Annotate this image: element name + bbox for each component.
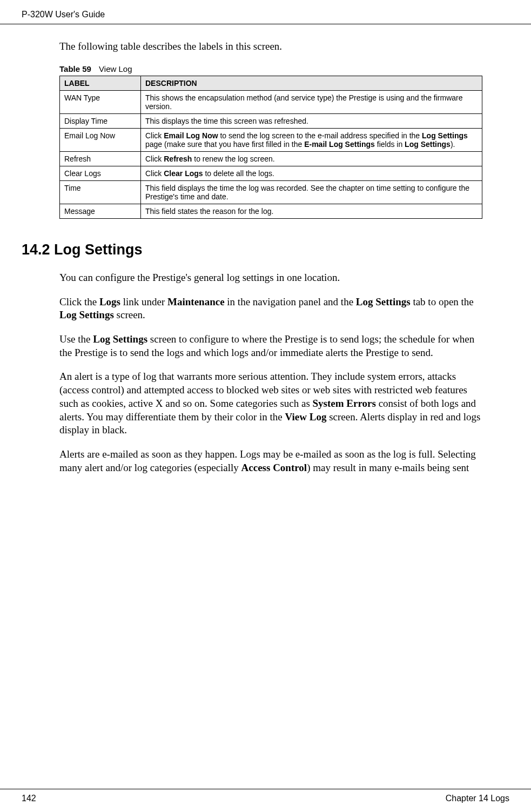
text-run: fields in [375,140,405,149]
page-header: P-320W User's Guide [0,0,531,24]
header-label: LABEL [60,76,141,91]
text-run: to send the log screen to the e-mail add… [218,131,422,140]
body-paragraph: Use the Log Settings screen to configure… [59,333,482,359]
text-run: tab to open the [411,296,474,307]
table-row: MessageThis field states the reason for … [60,204,482,219]
text-run: Click [145,155,164,163]
table-caption: Table 59 View Log [59,64,482,73]
table-row: Email Log NowClick Email Log Now to send… [60,129,482,152]
text-run: View Log [285,411,327,422]
text-run: This displays the time this screen was r… [145,117,308,125]
table-row: Display TimeThis displays the time this … [60,114,482,129]
row-label: Email Log Now [60,129,141,152]
page-number: 142 [22,794,36,803]
row-label: Time [60,181,141,204]
body-paragraph: An alert is a type of log that warrants … [59,370,482,437]
text-run: to delete all the logs. [203,169,274,178]
row-description: This field displays the time the log was… [141,181,482,204]
text-run: Log Settings [422,131,468,140]
page-content: The following table describes the labels… [0,24,531,474]
text-run: in the navigation panel and the [225,296,356,307]
table-title: View Log [99,64,132,73]
table-number: Table 59 [59,64,91,73]
text-run: link under [120,296,167,307]
row-description: This field states the reason for the log… [141,204,482,219]
text-run: screen. [114,309,145,320]
table-row: TimeThis field displays the time the log… [60,181,482,204]
text-run: System Errors [313,398,376,409]
view-log-table: LABEL DESCRIPTION WAN TypeThis shows the… [59,76,482,219]
row-description: This displays the time this screen was r… [141,114,482,129]
text-run: Log Settings [93,333,147,345]
text-run: This shows the encapsulation method (and… [145,93,463,111]
body-paragraph: Alerts are e-mailed as soon as they happ… [59,448,482,474]
row-label: Refresh [60,152,141,166]
table-row: Clear LogsClick Clear Logs to delete all… [60,166,482,181]
text-run: Log Settings [356,296,411,307]
intro-paragraph: The following table describes the labels… [59,41,482,52]
table-header-row: LABEL DESCRIPTION [60,76,482,91]
body-paragraph: You can configure the Prestige's general… [59,271,482,285]
text-run: Click [145,169,164,178]
row-label: Display Time [60,114,141,129]
text-run: to renew the log screen. [192,155,274,163]
body-paragraph: Click the Logs link under Maintenance in… [59,296,482,322]
text-run: Use the [59,333,93,345]
row-label: Clear Logs [60,166,141,181]
row-description: Click Email Log Now to send the log scre… [141,129,482,152]
row-description: Click Clear Logs to delete all the logs. [141,166,482,181]
text-run: Log Settings [405,140,451,149]
text-run: Clear Logs [164,169,203,178]
table-row: RefreshClick Refresh to renew the log sc… [60,152,482,166]
table-row: WAN TypeThis shows the encapsulation met… [60,91,482,114]
header-description: DESCRIPTION [141,76,482,91]
row-description: This shows the encapsulation method (and… [141,91,482,114]
text-run: Click the [59,296,99,307]
text-run: ). [451,140,455,149]
guide-title: P-320W User's Guide [22,10,105,19]
text-run: Access Control [241,462,307,473]
text-run: This field states the reason for the log… [145,207,273,216]
text-run: page (make sure that you have first fill… [145,140,304,149]
text-run: Click [145,131,164,140]
row-label: Message [60,204,141,219]
row-label: WAN Type [60,91,141,114]
text-run: This field displays the time the log was… [145,184,469,201]
text-run: Refresh [164,155,192,163]
text-run: Maintenance [167,296,225,307]
text-run: ) may result in many e-mails being sent [307,462,469,473]
text-run: E-mail Log Settings [304,140,375,149]
text-run: Logs [99,296,120,307]
page-footer: 142 Chapter 14 Logs [0,789,531,803]
text-run: Email Log Now [164,131,218,140]
text-run: You can configure the Prestige's general… [59,272,340,283]
chapter-label: Chapter 14 Logs [446,794,509,803]
row-description: Click Refresh to renew the log screen. [141,152,482,166]
text-run: Log Settings [59,309,114,320]
section-heading: 14.2 Log Settings [22,241,482,258]
